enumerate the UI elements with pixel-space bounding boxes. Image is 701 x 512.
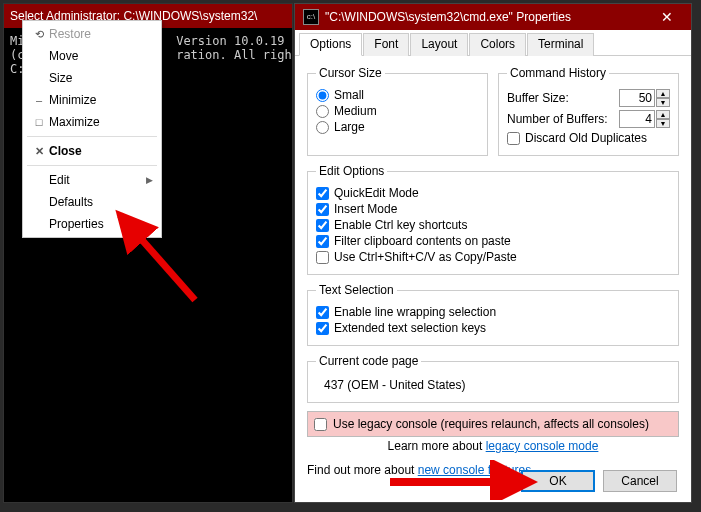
tab-terminal[interactable]: Terminal bbox=[527, 33, 594, 56]
separator bbox=[27, 136, 157, 137]
menu-edit[interactable]: Edit ▶ bbox=[23, 169, 161, 191]
codepage-group: Current code page 437 (OEM - United Stat… bbox=[307, 354, 679, 403]
checkbox-legacy-console[interactable] bbox=[314, 418, 327, 431]
spin-down-icon[interactable]: ▼ bbox=[656, 119, 670, 128]
new-features-link[interactable]: new console features bbox=[418, 463, 531, 477]
codepage-legend: Current code page bbox=[316, 354, 421, 368]
close-icon: ✕ bbox=[29, 145, 49, 158]
radio-medium[interactable]: Medium bbox=[316, 104, 479, 118]
cmd-icon: c:\ bbox=[303, 9, 319, 25]
text-selection-group: Text Selection Enable line wrapping sele… bbox=[307, 283, 679, 346]
checkbox-ctrl-shortcuts[interactable]: Enable Ctrl key shortcuts bbox=[316, 218, 670, 232]
legacy-mode-link[interactable]: legacy console mode bbox=[486, 439, 599, 453]
learn-more-text: Learn more about legacy console mode bbox=[307, 439, 679, 453]
checkbox-extended-keys[interactable]: Extended text selection keys bbox=[316, 321, 670, 335]
tab-font[interactable]: Font bbox=[363, 33, 409, 56]
num-buffers-input[interactable] bbox=[619, 110, 655, 128]
tab-strip: Options Font Layout Colors Terminal bbox=[295, 30, 691, 56]
menu-maximize[interactable]: □ Maximize bbox=[23, 111, 161, 133]
separator bbox=[27, 165, 157, 166]
tab-options[interactable]: Options bbox=[299, 33, 362, 56]
edit-options-legend: Edit Options bbox=[316, 164, 387, 178]
minimize-icon: – bbox=[29, 94, 49, 106]
menu-size[interactable]: Size bbox=[23, 67, 161, 89]
dialog-title: "C:\WINDOWS\system32\cmd.exe" Properties bbox=[325, 10, 647, 24]
codepage-value: 437 (OEM - United States) bbox=[316, 374, 670, 394]
menu-restore[interactable]: ⟲ Restore bbox=[23, 23, 161, 45]
close-button[interactable]: ✕ bbox=[647, 4, 687, 30]
legacy-console-highlight: Use legacy console (requires relaunch, a… bbox=[307, 411, 679, 437]
spin-up-icon[interactable]: ▲ bbox=[656, 89, 670, 98]
chevron-right-icon: ▶ bbox=[146, 175, 155, 185]
tab-body-options: Cursor Size Small Medium Large Command H… bbox=[295, 56, 691, 502]
menu-close[interactable]: ✕ Close bbox=[23, 140, 161, 162]
restore-icon: ⟲ bbox=[29, 28, 49, 41]
tab-colors[interactable]: Colors bbox=[469, 33, 526, 56]
text-selection-legend: Text Selection bbox=[316, 283, 397, 297]
buffer-size-spinner[interactable]: ▲▼ bbox=[619, 89, 670, 107]
checkbox-filter-clipboard[interactable]: Filter clipboard contents on paste bbox=[316, 234, 670, 248]
cursor-size-legend: Cursor Size bbox=[316, 66, 385, 80]
ok-button[interactable]: OK bbox=[521, 470, 595, 492]
edit-options-group: Edit Options QuickEdit Mode Insert Mode … bbox=[307, 164, 679, 275]
context-menu: ⟲ Restore Move Size – Minimize □ Maximiz… bbox=[22, 20, 162, 238]
checkbox-line-wrap[interactable]: Enable line wrapping selection bbox=[316, 305, 670, 319]
radio-large[interactable]: Large bbox=[316, 120, 479, 134]
radio-small[interactable]: Small bbox=[316, 88, 479, 102]
checkbox-quickedit[interactable]: QuickEdit Mode bbox=[316, 186, 670, 200]
command-history-legend: Command History bbox=[507, 66, 609, 80]
menu-properties[interactable]: Properties bbox=[23, 213, 161, 235]
spin-up-icon[interactable]: ▲ bbox=[656, 110, 670, 119]
cancel-button[interactable]: Cancel bbox=[603, 470, 677, 492]
menu-minimize[interactable]: – Minimize bbox=[23, 89, 161, 111]
num-buffers-spinner[interactable]: ▲▼ bbox=[619, 110, 670, 128]
menu-defaults[interactable]: Defaults bbox=[23, 191, 161, 213]
checkbox-discard-old[interactable]: Discard Old Duplicates bbox=[507, 131, 670, 145]
menu-move[interactable]: Move bbox=[23, 45, 161, 67]
legacy-console-label: Use legacy console (requires relaunch, a… bbox=[333, 417, 649, 431]
buffer-size-label: Buffer Size: bbox=[507, 91, 569, 105]
tab-layout[interactable]: Layout bbox=[410, 33, 468, 56]
maximize-icon: □ bbox=[29, 116, 49, 128]
spin-down-icon[interactable]: ▼ bbox=[656, 98, 670, 107]
checkbox-ctrl-shift-cv[interactable]: Use Ctrl+Shift+C/V as Copy/Paste bbox=[316, 250, 670, 264]
properties-dialog: c:\ "C:\WINDOWS\system32\cmd.exe" Proper… bbox=[294, 3, 692, 503]
dialog-titlebar[interactable]: c:\ "C:\WINDOWS\system32\cmd.exe" Proper… bbox=[295, 4, 691, 30]
buffer-size-input[interactable] bbox=[619, 89, 655, 107]
num-buffers-label: Number of Buffers: bbox=[507, 112, 608, 126]
cursor-size-group: Cursor Size Small Medium Large bbox=[307, 66, 488, 156]
checkbox-insert[interactable]: Insert Mode bbox=[316, 202, 670, 216]
command-history-group: Command History Buffer Size: ▲▼ Number o… bbox=[498, 66, 679, 156]
